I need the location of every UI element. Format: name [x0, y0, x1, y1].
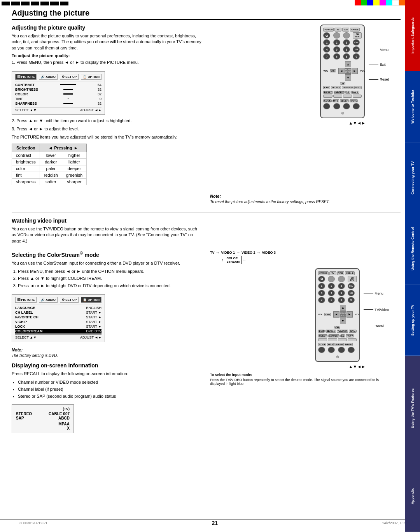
menu-row-sharpness: SHARPNESS 32 — [15, 101, 102, 106]
menu-row-brightness: BRIGHTNESS 32 — [15, 87, 102, 92]
black-box-6 — [50, 2, 59, 5]
signal-flow-diagram: TV → VIDEO 1 → VIDEO 2 → VIDEO 3 ↑ COLOR… — [210, 250, 389, 264]
remote-annotations-2: Menu TV/Video Recall — [364, 268, 389, 328]
menu-footer: SELECT ▲▼ ADJUST ◄► — [15, 107, 102, 112]
remote-control-2: POWER TV VCR CABLE ⏻ CH RTN 1 — [315, 268, 360, 362]
menu-icon-picture: 🖼 PICTURE — [15, 74, 37, 80]
section-title-adjusting: Adjusting the picture quality — [12, 25, 202, 31]
option-row-favch: FAVORITE CHSTART ► — [15, 315, 102, 320]
displaying-intro: Press RECALL to display the following on… — [12, 371, 202, 377]
side-navigation: Important Safeguards Welcome to Toshiba … — [405, 0, 420, 532]
menu-icon-option: 📋 OPTION — [81, 74, 102, 80]
footer-left: 3L00301A P12-21 — [19, 521, 47, 525]
footer-right: 14/2/2002, 18:59 — [382, 521, 408, 525]
option-icon-setup: ⚙ SET UP — [60, 297, 79, 303]
table-row: tintreddishgreenish — [12, 172, 87, 178]
option-row-colorstream: COLORSTREAMDVD DTV — [15, 329, 102, 334]
black-box-4 — [31, 2, 39, 5]
menu-icon-audio: 🔊 AUDIO — [39, 74, 58, 80]
sidebar-item-appendix[interactable]: Appendix — [405, 461, 420, 532]
page-footer: 3L00301A P12-21 21 14/2/2002, 18:59 — [0, 520, 420, 526]
table-header-pressing: ◄ Pressing ► — [40, 144, 86, 152]
direction-arrows-2: ▲▼◄► — [348, 364, 366, 369]
sidebar-item-welcome-toshiba[interactable]: Welcome to Toshiba — [405, 71, 420, 142]
black-box-3 — [21, 2, 30, 5]
table-header-selection: Selection — [12, 144, 40, 152]
direction-arrows-1: ▲▼◄► — [348, 121, 366, 125]
black-box-7 — [60, 2, 68, 5]
menu-icon-setup: ⚙ SET UP — [60, 74, 79, 80]
sidebar-item-connecting-tv[interactable]: Connecting your TV — [405, 142, 420, 214]
step1-text: 1. Press MENU, then press ◄ or ► to disp… — [12, 60, 202, 65]
option-row-language: LANGUAGEENGLISH — [15, 306, 102, 310]
table-row: sharpnesssoftersharper — [12, 178, 87, 185]
table-row: brightnessdarkerlighter — [12, 158, 87, 165]
section-title-watching: Watching video input — [12, 218, 202, 224]
reset-note: Note: To reset the picture adjustments t… — [210, 194, 401, 205]
remote-control-1: POWER TV VCR CABLE ⏻ CH RTN — [320, 25, 365, 118]
divider-1 — [12, 212, 401, 213]
black-box-2 — [11, 2, 20, 5]
sidebar-item-features[interactable]: Using the TV's Features — [405, 356, 420, 461]
selection-pressing-table: Selection ◄ Pressing ► contrastlowerhigh… — [12, 144, 87, 185]
section-title-colorstream: Selecting the ColorStream® mode — [12, 250, 202, 258]
step2-text: 2. Press ▲ or ▼ until the item you want … — [12, 118, 202, 124]
step3-text: 3. Press ◄ or ► to adjust the level. — [12, 126, 202, 132]
colorstream-note: Note: The factory setting is DVD. — [12, 348, 202, 358]
option-icon-option: 📋 OPTION — [81, 297, 102, 303]
adjusting-intro: You can adjust the picture quality to yo… — [12, 33, 202, 51]
menu-row-tint: TINT 0 — [15, 97, 102, 101]
option-row-vchip: V-CHIPSTART ► — [15, 320, 102, 324]
page-number: 21 — [212, 520, 218, 526]
option-icon-audio: 🔊 AUDIO — [39, 297, 58, 303]
note-after-steps: The PICTURE items you have adjusted will… — [12, 134, 202, 140]
black-box-1 — [2, 2, 10, 5]
sidebar-item-setting-up[interactable]: Setting up your TV — [405, 284, 420, 356]
menu-row-color: COLOR 32 — [15, 92, 102, 97]
displaying-list: Channel number or VIDEO mode selected Ch… — [18, 379, 202, 400]
option-row-chlabel: CH LABELSTART ► — [15, 310, 102, 315]
sidebar-item-important-safeguards[interactable]: Important Safeguards — [405, 0, 420, 71]
menu-row-contrast: CONTRAST 64 — [15, 83, 102, 87]
option-footer: SELECT ▲▼ADJUST ◄► — [15, 334, 102, 339]
picture-menu-illustration: 🖼 PICTURE 🔊 AUDIO ⚙ SET UP 📋 OPTION CONT… — [12, 71, 105, 115]
page-title: Adjusting the picture — [12, 9, 401, 20]
colorstream-intro: You can use the ColorStream input for co… — [12, 260, 202, 266]
option-row-lock: LOCKSTART ► — [15, 324, 102, 329]
adjust-subtitle: To adjust the picture quality: — [12, 53, 202, 58]
option-menu-illustration: 🖼 PICTURE 🔊 AUDIO ⚙ SET UP 📋 OPTION LANG… — [12, 294, 105, 342]
black-box-5 — [40, 2, 49, 5]
sidebar-item-using-remote[interactable]: Using the Remote Control — [405, 213, 420, 284]
section-title-displaying: Displaying on-screen information — [12, 362, 202, 369]
option-icon-picture: 🖼 PICTURE — [15, 297, 37, 303]
table-row: contrastlowerhigher — [12, 152, 87, 158]
table-row: colorpalerdeeper — [12, 165, 87, 172]
select-input-note: To select the input mode: Press the TV/V… — [210, 373, 389, 386]
onscreen-display-box: (TV) STEREOCABLE 007 SAPABCD MPAA X — [12, 404, 74, 433]
colorstream-steps: Press MENU, then press ◄ or ► until the … — [18, 269, 202, 289]
remote-annotations-1: Menu Exit Reset — [369, 25, 389, 81]
watching-text: You can use the TV/VIDEO button on the r… — [12, 226, 202, 244]
